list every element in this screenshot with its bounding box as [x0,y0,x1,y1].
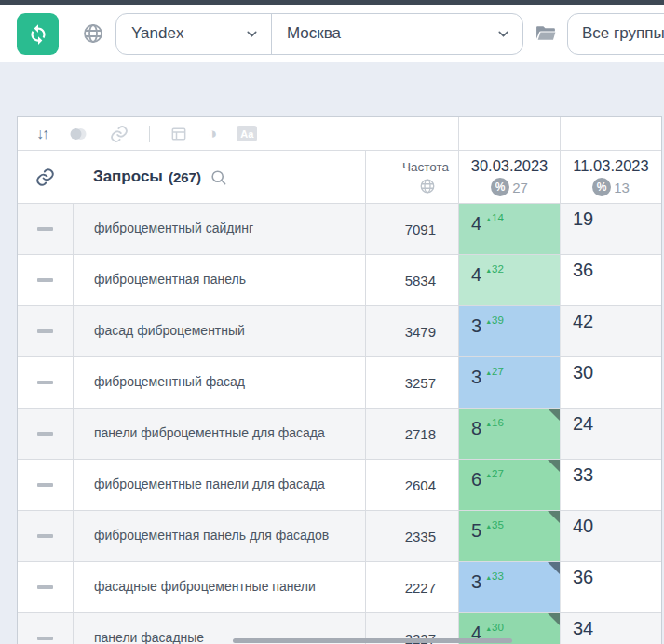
prev-position-value: 24 [573,413,593,434]
position-value: 3 [471,571,481,592]
frequency-column-header[interactable]: Частота [365,151,458,203]
row-handle[interactable] [18,511,73,561]
search-engine-value: Yandex [131,24,183,43]
row-handle[interactable] [18,613,73,644]
position-value: 8 [471,418,481,438]
frequency-label: Частота [402,160,449,174]
search-engine-select[interactable]: Yandex [116,14,271,54]
query-cell[interactable]: фасадные фиброцементные панели [73,562,365,612]
position-cell-current[interactable]: 5▲35 [458,511,560,561]
frequency-value: 3257 [405,375,436,391]
frequency-cell: 2227 [365,562,458,612]
table-row: фиброцементные панели для фасада 2604 6▲… [18,459,661,510]
table-row: фиброцементный фасад 3257 3▲27 30 [18,356,661,408]
frequency-value: 7091 [405,221,436,237]
query-cell[interactable]: фиброцементный сайдинг [73,204,365,254]
position-cell-current[interactable]: 4▲14 [458,204,560,254]
frequency-cell: 3479 [365,306,458,356]
position-cell-previous: 36 [560,255,661,305]
query-text: фиброцементная панель [94,272,246,288]
row-handle[interactable] [18,409,73,459]
search-icon[interactable] [210,168,227,186]
note-marker [548,409,560,421]
percent-icon: % [491,178,509,196]
overlap-circles-icon[interactable] [67,123,89,145]
query-cell[interactable]: фиброцементная панель [73,255,365,305]
prev-position-value: 36 [573,260,593,280]
table-row: фиброцементная панель 5834 4▲32 36 [18,254,661,305]
position-cell-current[interactable]: 6▲27 [458,460,560,510]
chevron-down-icon [495,26,511,42]
position-cell-previous: 40 [560,511,661,561]
queries-label: Запросы [93,168,163,186]
frequency-value: 2227 [405,580,436,596]
row-handle[interactable] [18,204,73,254]
row-handle[interactable] [18,357,73,408]
position-cell-current[interactable]: 3▲39 [458,306,560,356]
prev-position-value: 34 [573,618,593,638]
position-value: 6 [471,469,481,490]
note-marker [548,460,560,472]
query-text: фиброцементные панели для фасада [94,476,325,493]
date-column-header-1[interactable]: 30.03.2023 % 27 [458,151,560,203]
position-cell-previous: 34 [560,613,661,644]
row-handle[interactable] [18,306,73,356]
position-delta: ▲14 [485,208,504,224]
position-delta: ▲32 [485,260,504,275]
toolbar-divider [149,126,150,142]
minus-icon [37,227,53,231]
position-cell-current[interactable]: 3▲27 [458,357,560,408]
prev-position-value: 42 [573,311,593,331]
position-value: 3 [471,367,481,387]
link-icon[interactable] [109,124,129,144]
row-handle[interactable] [18,255,73,305]
groups-select[interactable]: Все группы [567,13,664,55]
groups-value: Все группы [582,24,664,43]
frequency-value: 2718 [405,426,436,442]
query-cell[interactable]: фиброцементная панель для фасадов [73,511,365,561]
frequency-cell: 2718 [365,409,458,459]
queries-column-header[interactable]: Запросы (267) [73,151,365,203]
date-column-header-2[interactable]: 11.03.2023 % 13 [560,151,661,203]
table-row: фиброцементный сайдинг 7091 4▲14 19 [18,203,661,254]
prev-position-value: 40 [573,516,593,536]
refresh-button[interactable] [17,13,59,55]
horizontal-scrollbar[interactable] [233,638,512,643]
query-cell[interactable]: панели фиброцементные для фасада [73,409,365,459]
contrast-icon[interactable]: ◑ [208,125,217,143]
position-cell-current[interactable]: 4▲32 [458,255,560,305]
position-cell-previous: 24 [560,409,661,459]
query-cell[interactable]: фиброцементный фасад [73,357,365,408]
link-column-header[interactable] [18,151,73,203]
globe-icon [82,22,104,45]
query-text: фасадные фиброцементные панели [94,579,316,596]
query-cell[interactable]: фасад фиброцементный [73,306,365,356]
region-select[interactable]: Москва [271,14,522,54]
position-cell-previous: 19 [560,204,661,254]
minus-icon [37,534,53,538]
table-row: фасадные фиброцементные панели 2227 3▲33… [18,561,661,612]
toolbar-spacer-col2 [560,117,661,150]
position-cell-previous: 36 [560,562,661,612]
folder-icon[interactable] [535,22,558,46]
font-size-icon[interactable]: Aa [237,126,257,141]
position-cell-current[interactable]: 3▲33 [458,562,560,612]
prev-position-value: 33 [573,464,593,485]
query-text: фасад фиброцементный [94,323,245,340]
refresh-icon [26,21,50,46]
list-view-icon[interactable] [169,125,188,143]
minus-icon [37,483,53,487]
sort-icon[interactable]: ↓↑ [36,126,47,142]
note-marker [548,511,560,523]
row-handle[interactable] [18,562,73,612]
position-delta: ▲27 [485,464,504,480]
position-cell-previous: 30 [560,357,661,408]
position-cell-current[interactable]: 8▲16 [458,409,560,459]
position-delta: ▲39 [485,311,504,327]
position-cell-previous: 42 [560,306,661,356]
row-handle[interactable] [18,460,73,510]
query-cell[interactable]: фиброцементные панели для фасада [73,460,365,510]
position-value: 4 [471,213,481,234]
note-marker [548,613,560,625]
table-row: фиброцементная панель для фасадов 2335 5… [18,510,661,561]
